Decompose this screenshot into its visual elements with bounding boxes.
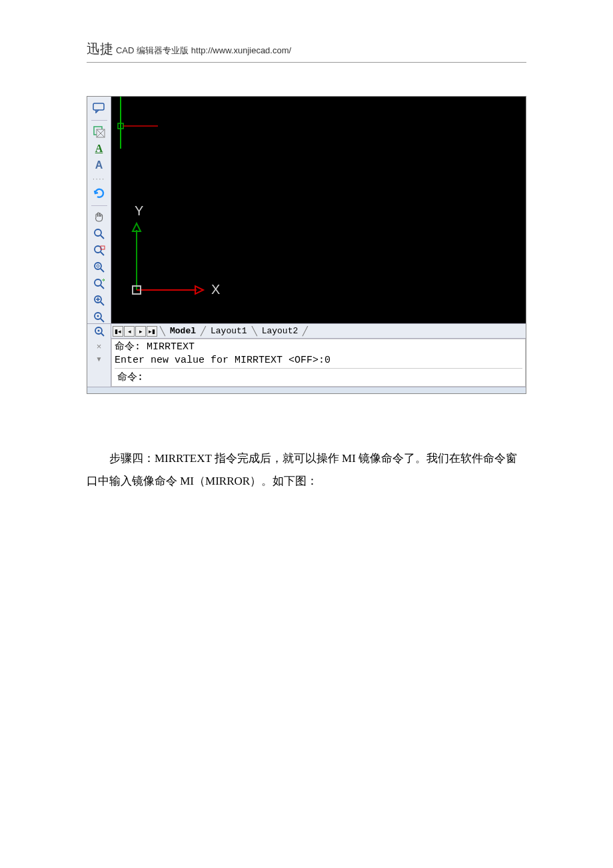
doc-header: 迅捷 CAD 编辑器专业版 http://www.xunjiecad.com/ [87,40,526,63]
command-history-line: Enter new value for MIRRTEXT <OFF>:0 [115,354,522,367]
zoom-in-icon[interactable] [91,294,107,307]
status-bar [87,387,526,393]
tab-next-button[interactable]: ▸ [135,326,146,337]
svg-point-32 [97,329,99,331]
tab-last-button[interactable]: ▸▮ [147,326,157,337]
brand-name: 迅捷 [87,41,113,56]
zoom-realtime-icon[interactable] [91,261,107,274]
word-balloon-icon[interactable] [91,102,107,115]
tab-layout1[interactable]: Layout1 [207,325,251,337]
svg-line-31 [101,333,104,336]
svg-point-5 [95,229,101,236]
tab-prev-button[interactable]: ◂ [124,326,135,337]
product-name: CAD 编辑器专业版 [116,45,189,55]
command-history[interactable]: 命令: MIRRTEXT Enter new value for MIRRTEX… [111,339,526,387]
zoom-window-icon[interactable] [91,245,107,257]
tab-nav-buttons: ▮◂ ◂ ▸ ▸▮ [111,326,159,337]
ucs-x-label: X [211,282,220,297]
text-underline-a-icon[interactable]: A [91,143,107,155]
pan-hand-icon[interactable] [91,211,107,224]
tab-model[interactable]: Model [166,325,200,337]
product-url: http://www.xunjiecad.com/ [191,45,291,55]
overlap-rect-icon[interactable] [91,126,107,139]
svg-point-12 [97,265,99,267]
layout-tab-strip: ▮◂ ◂ ▸ ▸▮ ╲ Model ╱ Layout1 ╲ Layout2 ╱ [87,323,526,338]
command-prompt-label: 命令: [115,369,146,385]
svg-point-10 [95,263,101,269]
svg-rect-0 [93,103,104,110]
zoom-previous-icon[interactable] [91,277,107,290]
svg-line-20 [101,319,104,322]
command-area: × ▼ 命令: MIRRTEXT Enter new value for MIR… [87,338,526,387]
toolbar-separator-dots: ···· [93,175,105,183]
drawing-canvas[interactable]: Y X [111,97,526,323]
refresh-icon[interactable] [91,187,107,200]
tab-divider: ╲ [251,326,258,336]
svg-point-13 [95,279,101,286]
command-history-line: 命令: MIRRTEXT [115,341,522,354]
tab-divider: ╱ [302,326,308,336]
zoom-extents-icon[interactable] [91,311,107,323]
step-paragraph: 步骤四：MIRRTEXT 指令完成后，就可以操作 MI 镜像命令了。我们在软件命… [87,447,526,493]
text-a-icon[interactable]: A [91,159,107,171]
close-command-icon[interactable]: × [97,341,102,351]
svg-line-11 [101,269,104,272]
zoom-lens-icon[interactable] [91,228,107,241]
tab-divider: ╱ [200,326,207,336]
svg-line-14 [101,285,104,289]
zoom-all-icon[interactable] [87,324,111,339]
tab-first-button[interactable]: ▮◂ [113,326,123,337]
svg-point-21 [97,315,99,317]
svg-line-16 [101,302,104,305]
svg-line-8 [101,252,104,255]
tab-layout2[interactable]: Layout2 [258,325,303,337]
cad-screenshot: A A ···· [87,96,526,394]
left-toolbar: A A ···· [87,97,111,323]
tab-divider: ╲ [159,326,166,336]
ucs-y-label: Y [135,203,143,218]
svg-line-6 [101,235,104,239]
command-dropdown-icon[interactable]: ▼ [96,355,103,363]
